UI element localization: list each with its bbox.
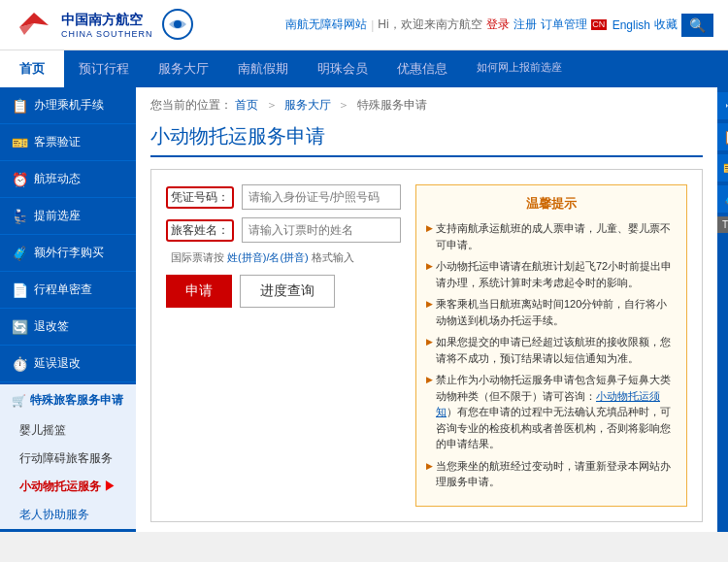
form-card: 凭证号码： 旅客姓名： 国际票请按 姓(拼音)/名(拼音) 格式输入 xyxy=(150,169,703,522)
seat-icon: 💺 xyxy=(12,209,28,224)
sidebar-label-luggage: 额外行李购买 xyxy=(34,245,104,261)
right-sidebar: ✈ 📋 🎫 🧳 TOP xyxy=(717,87,728,532)
sidebar-sub-cradle[interactable]: 婴儿摇篮 xyxy=(0,416,136,445)
register-link[interactable]: 注册 xyxy=(513,17,537,33)
logo-area: 中国南方航空 CHINA SOUTHERN xyxy=(15,8,195,42)
cert-label: 凭证号码： xyxy=(166,186,234,209)
right-icon-doc[interactable]: 📋 xyxy=(717,123,728,150)
top-button[interactable]: TOP xyxy=(717,216,728,233)
sidebar-sub-pet[interactable]: 小动物托运服务 ▶ xyxy=(0,473,136,501)
delay-icon: ⏱️ xyxy=(12,356,28,372)
right-icon-bag[interactable]: 🧳 xyxy=(717,185,728,213)
favorites-link[interactable]: 收藏 xyxy=(654,17,678,33)
sidebar-special-section: 🛒 特殊旅客服务申请 婴儿摇篮 行动障碍旅客服务 小动物托运服务 ▶ 老人协助服… xyxy=(0,382,136,529)
sidebar: 📋 办理乘机手续 🎫 客票验证 ⏰ 航班动态 💺 提前选座 🧳 额外行李购买 📄… xyxy=(0,87,136,532)
sidebar-item-ticket[interactable]: 🎫 客票验证 xyxy=(0,124,136,161)
sidebar-label-delay: 延误退改 xyxy=(34,355,81,372)
nav-home[interactable]: 首页 xyxy=(0,50,64,87)
sidebar-sub-elderly[interactable]: 老人协助服务 xyxy=(0,501,136,529)
breadcrumb-current: 特殊服务申请 xyxy=(357,98,427,112)
pet-rules-link[interactable]: 小动物托运须知 xyxy=(436,390,660,418)
cert-field-row: 凭证号码： xyxy=(166,184,401,210)
content-wrapper: 📋 办理乘机手续 🎫 客票验证 ⏰ 航班动态 💺 提前选座 🧳 额外行李购买 📄… xyxy=(0,87,728,532)
flag-icon: CN xyxy=(591,19,607,30)
sidebar-item-seat[interactable]: 💺 提前选座 xyxy=(0,198,136,235)
sidebar-label-ticket: 客票验证 xyxy=(34,134,81,150)
intl-note-suffix: 格式输入 xyxy=(312,251,354,263)
login-link[interactable]: 登录 xyxy=(486,17,510,33)
luggage-icon: 🧳 xyxy=(12,246,28,261)
intl-note: 国际票请按 姓(拼音)/名(拼音) 格式输入 xyxy=(166,250,401,265)
page-title: 小动物托运服务申请 xyxy=(150,123,703,157)
tip-item-2: 小动物托运申请请在航班计划起飞72小时前提出申请办理，系统计算时未考虑起令时的影… xyxy=(426,258,677,290)
refund-icon: 🔄 xyxy=(12,319,28,335)
sidebar-special-label: 特殊旅客服务申请 xyxy=(30,392,123,409)
sidebar-label-refund: 退改签 xyxy=(34,318,69,335)
nav-internet[interactable]: 如何网上报前选座 xyxy=(462,50,577,87)
tip-item-4: 如果您提交的申请已经超过该航班的接收限额，您请将不成功，预订结果请以短信通知为准… xyxy=(426,334,677,366)
button-row: 申请 进度查询 xyxy=(166,275,401,308)
passenger-input[interactable] xyxy=(242,217,401,243)
nav-holiday[interactable]: 南航假期 xyxy=(223,50,303,87)
itinerary-icon: 📄 xyxy=(12,282,28,298)
header: 中国南方航空 CHINA SOUTHERN 南航无障碍网站 | Hi，欢迎来南方… xyxy=(0,0,728,50)
flight-icon: ⏰ xyxy=(12,172,28,187)
breadcrumb-home[interactable]: 首页 xyxy=(235,98,258,112)
passenger-label: 旅客姓名： xyxy=(166,219,234,242)
passenger-label-text: 旅客姓名： xyxy=(166,219,234,242)
intl-format-link[interactable]: 姓(拼音)/名(拼音) xyxy=(227,251,309,263)
tip-item-5: 禁止作为小动物托运服务申请包含短鼻子短鼻大类动物种类（但不限于）请可咨询：小动物… xyxy=(426,372,677,452)
sidebar-label-checkin: 办理乘机手续 xyxy=(34,97,104,114)
cert-label-text: 凭证号码： xyxy=(166,186,234,209)
submit-button[interactable]: 申请 xyxy=(166,275,232,308)
search-button[interactable]: 🔍 xyxy=(681,14,713,37)
cert-input[interactable] xyxy=(242,184,401,210)
query-button[interactable]: 进度查询 xyxy=(240,275,335,308)
sidebar-item-refund[interactable]: 🔄 退改签 xyxy=(0,309,136,346)
sidebar-sub-pet-label: 小动物托运服务 xyxy=(19,479,101,493)
form-section: 凭证号码： 旅客姓名： 国际票请按 姓(拼音)/名(拼音) 格式输入 xyxy=(166,184,401,507)
nav-pearl[interactable]: 明珠会员 xyxy=(303,50,382,87)
breadcrumb-service[interactable]: 服务大厅 xyxy=(284,98,331,112)
nav-promo[interactable]: 优惠信息 xyxy=(382,50,462,87)
sidebar-item-flight[interactable]: ⏰ 航班动态 xyxy=(0,161,136,198)
logo-english: CHINA SOUTHERN xyxy=(61,29,153,39)
sidebar-sub-disability[interactable]: 行动障碍旅客服务 xyxy=(0,445,136,473)
order-mgmt-link[interactable]: 订单管理 xyxy=(541,17,587,33)
sidebar-item-itinerary[interactable]: 📄 行程单密查 xyxy=(0,272,136,309)
sidebar-label-itinerary: 行程单密查 xyxy=(34,281,92,298)
passenger-field-row: 旅客姓名： xyxy=(166,217,401,243)
logo-text-block: 中国南方航空 CHINA SOUTHERN xyxy=(61,12,153,39)
checkin-icon: 📋 xyxy=(12,98,28,114)
logo-chinese: 中国南方航空 xyxy=(61,12,153,29)
breadcrumb-text: 您当前的位置： xyxy=(150,98,232,112)
main-nav: 首页 预订行程 服务大厅 南航假期 明珠会员 优惠信息 如何网上报前选座 xyxy=(0,50,728,87)
sidebar-label-flight: 航班动态 xyxy=(34,171,81,187)
top-links: 南航无障碍网站 | Hi，欢迎来南方航空 登录 注册 订单管理 CN Engli… xyxy=(285,10,713,41)
sidebar-label-seat: 提前选座 xyxy=(34,208,81,224)
sub-nav: 预订行程 服务大厅 南航假期 明珠会员 优惠信息 如何网上报前选座 xyxy=(64,50,728,87)
ticket-icon: 🎫 xyxy=(12,135,28,150)
sidebar-item-delay[interactable]: ⏱️ 延误退改 xyxy=(0,346,136,382)
logo-secondary-icon xyxy=(161,8,195,42)
greeting-text: Hi，欢迎来南方航空 xyxy=(378,17,481,33)
tips-section: 温馨提示 支持南航承运航班的成人票申请，儿童、婴儿票不可申请。 小动物托运申请请… xyxy=(415,184,687,507)
sidebar-special-title[interactable]: 🛒 特殊旅客服务申请 xyxy=(0,384,136,416)
right-icon-plane[interactable]: ✈ xyxy=(717,92,728,119)
accessible-site-link[interactable]: 南航无障碍网站 xyxy=(285,17,367,33)
nav-service[interactable]: 服务大厅 xyxy=(144,50,223,87)
tip-item-6: 当您乘坐的航班经过变动时，请重新登录本网站办理服务申请。 xyxy=(426,458,677,490)
right-icon-ticket[interactable]: 🎫 xyxy=(717,154,728,182)
sidebar-item-luggage[interactable]: 🧳 额外行李购买 xyxy=(0,235,136,272)
arrow-icon: ▶ xyxy=(101,479,116,493)
nav-booking[interactable]: 预订行程 xyxy=(64,50,144,87)
language-link[interactable]: English xyxy=(612,18,650,32)
svg-point-3 xyxy=(174,20,182,28)
breadcrumb: 您当前的位置： 首页 ＞ 服务大厅 ＞ 特殊服务申请 xyxy=(150,97,703,114)
sidebar-item-checkin[interactable]: 📋 办理乘机手续 xyxy=(0,87,136,124)
svg-marker-0 xyxy=(19,13,49,27)
main-content: 您当前的位置： 首页 ＞ 服务大厅 ＞ 特殊服务申请 小动物托运服务申请 凭证号… xyxy=(136,87,717,532)
stroller-icon: 🛒 xyxy=(12,394,26,408)
tip-item-1: 支持南航承运航班的成人票申请，儿童、婴儿票不可申请。 xyxy=(426,220,677,252)
intl-note-prefix: 国际票请按 xyxy=(171,251,224,263)
